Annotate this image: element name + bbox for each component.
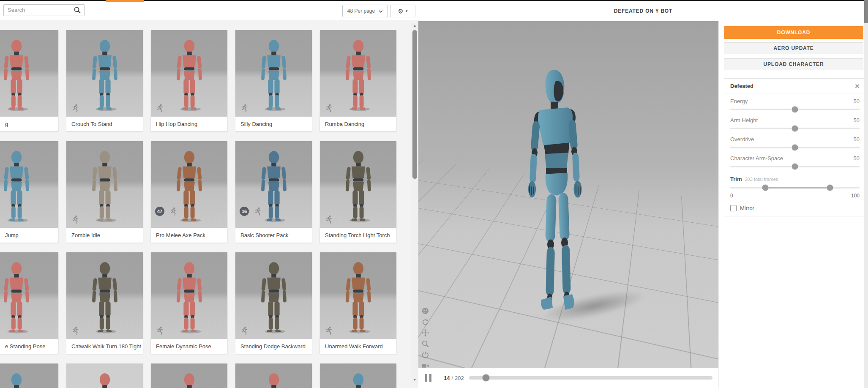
search-input[interactable] [4, 5, 74, 15]
chevron-down-icon [379, 10, 383, 13]
close-icon[interactable]: × [855, 82, 860, 90]
animation-tile[interactable]: Standing Torch Light Torch [320, 141, 396, 243]
per-page-value: 48 Per page [347, 8, 375, 14]
timeline-thumb[interactable] [483, 374, 490, 382]
trim-min-label: 0 [730, 193, 733, 199]
slider-track[interactable] [730, 109, 860, 110]
animation-tile[interactable] [0, 363, 58, 388]
animation-pack-tile[interactable]: 47 Pro Melee Axe Pack [151, 141, 227, 243]
mannequin-figure [340, 150, 377, 223]
animation-tile[interactable]: Standing Dodge Backward [235, 252, 312, 354]
pause-icon [429, 374, 431, 382]
total-frames: 202 [455, 375, 464, 381]
animation-title: Female Dynamic Pose [151, 339, 227, 354]
library-header: 48 Per page ⚙ ▾ [0, 1, 418, 20]
slider-label: Arm Height [730, 117, 758, 123]
camera-icon[interactable] [421, 362, 429, 368]
mannequin-figure [0, 261, 35, 334]
per-page-select[interactable]: 48 Per page [342, 5, 388, 17]
mirror-option[interactable]: Mirror [730, 205, 860, 211]
animation-tile[interactable]: Hip Hop Dancing [151, 30, 227, 131]
upload-character-button[interactable]: UPLOAD CHARACTER [724, 58, 863, 70]
mirror-checkbox[interactable] [730, 205, 737, 211]
animation-pack-tile[interactable]: 16 Basic Shooter Pack [235, 141, 312, 243]
gear-button[interactable]: ⚙ ▾ [390, 5, 415, 17]
animation-tile[interactable]: Unarmed Walk Forward [320, 252, 396, 354]
animation-tile[interactable] [235, 363, 312, 388]
search-box[interactable] [3, 4, 85, 16]
slider-track[interactable] [730, 166, 860, 167]
download-button[interactable]: DOWNLOAD [724, 26, 863, 39]
scroll-down-arrow[interactable]: ▼ [411, 377, 418, 383]
animation-title: e Standing Pose [0, 339, 58, 354]
trim-max-label: 100 [851, 193, 860, 199]
slider-group: Energy 50 [730, 97, 860, 114]
mannequin-figure [87, 39, 123, 112]
slider-track[interactable] [730, 128, 860, 129]
slider-thumb[interactable] [792, 145, 798, 151]
animation-title: Standing Torch Light Torch [320, 228, 396, 243]
pause-button[interactable] [418, 368, 438, 388]
running-man-icon [71, 326, 80, 335]
trim-slider[interactable] [730, 187, 860, 189]
animation-tile[interactable] [66, 363, 143, 388]
search-icon[interactable] [74, 6, 81, 14]
animation-thumbnail [66, 30, 143, 117]
trim-control: Trim 203 total frames 0 100 Mirror [730, 176, 860, 211]
animation-tile[interactable]: g [0, 30, 58, 131]
trim-end-thumb[interactable] [827, 185, 833, 191]
animation-title: g [0, 117, 58, 131]
running-man-icon [324, 215, 333, 224]
trim-active-range [765, 187, 830, 189]
animation-thumbnail [0, 141, 58, 228]
face-icon[interactable] [421, 307, 429, 315]
scrollbar-thumb[interactable] [412, 30, 417, 179]
running-man-icon [253, 207, 262, 216]
viewer-3d-stage[interactable] [418, 21, 718, 368]
viewer-header: DEFEATED ON Y BOT [418, 1, 868, 21]
animation-tile[interactable]: Zombie Idle [66, 141, 143, 243]
slider-thumb[interactable] [792, 126, 798, 132]
slider-thumb[interactable] [792, 107, 798, 113]
zoom-icon[interactable] [421, 340, 429, 348]
animation-title: Catwalk Walk Turn 180 Tight [66, 339, 143, 354]
library-scrollbar[interactable]: ▲ ▼ [411, 23, 418, 383]
mannequin-figure [171, 372, 207, 388]
mannequin-figure [171, 261, 207, 334]
animation-thumbnail [0, 363, 58, 388]
slider-thumb[interactable] [792, 164, 798, 170]
page-title: DEFEATED ON Y BOT [614, 8, 672, 14]
trim-start-thumb[interactable] [762, 185, 768, 191]
animation-tile[interactable]: e Standing Pose [0, 252, 58, 354]
slider-value: 50 [854, 136, 860, 142]
gear-icon: ⚙ [398, 8, 404, 14]
trim-header: Trim 203 total frames [730, 176, 860, 183]
animation-tile[interactable]: Catwalk Walk Turn 180 Tight [66, 252, 143, 354]
running-man-icon [324, 104, 333, 113]
animation-tile[interactable]: Female Dynamic Pose [151, 252, 227, 354]
animation-tile[interactable]: Crouch To Stand [66, 30, 143, 131]
slider-track[interactable] [730, 147, 860, 148]
animation-tile[interactable]: Silly Dancing [235, 30, 312, 131]
running-man-icon [71, 104, 80, 113]
animation-thumbnail [66, 252, 143, 339]
scroll-up-arrow[interactable]: ▲ [411, 23, 418, 28]
aero-update-button[interactable]: AERO UPDATE [724, 42, 863, 54]
running-man-icon [324, 326, 333, 335]
mannequin-figure [256, 261, 292, 334]
reset-icon[interactable] [421, 351, 429, 359]
mannequin-figure [87, 372, 123, 388]
animation-tile[interactable]: Rumba Dancing [320, 30, 396, 131]
animation-tile[interactable]: Jump [0, 141, 58, 243]
frame-counter: 14 / 202 [444, 368, 464, 388]
animation-title: Basic Shooter Pack [235, 228, 312, 243]
rotate-icon[interactable] [421, 318, 429, 326]
running-man-icon [240, 326, 249, 335]
animation-tile[interactable] [320, 363, 396, 388]
page-scrollbar-thumb[interactable] [864, 0, 868, 23]
panel-header: Defeated × [724, 79, 865, 93]
page-scrollbar[interactable] [864, 0, 868, 388]
animation-tile[interactable] [151, 363, 227, 388]
pan-icon[interactable] [421, 329, 429, 337]
timeline-slider[interactable] [469, 376, 712, 380]
